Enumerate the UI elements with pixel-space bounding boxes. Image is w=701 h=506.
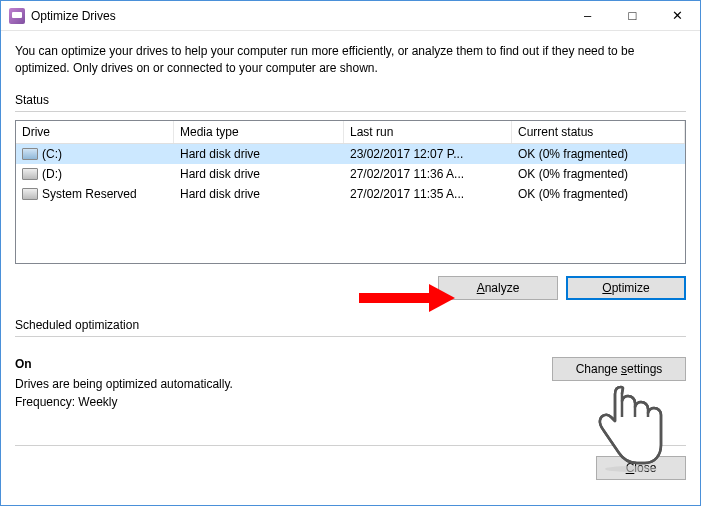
table-body: (C:)Hard disk drive23/02/2017 12:07 P...… [16,144,685,204]
table-header: Drive Media type Last run Current status [16,121,685,144]
cell-last-run: 27/02/2017 11:35 A... [344,185,512,203]
scheduled-section: On Drives are being optimized automatica… [1,353,700,413]
col-header-status[interactable]: Current status [512,121,685,143]
change-settings-button[interactable]: Change settingsChange settings [552,357,686,381]
cell-last-run: 27/02/2017 11:36 A... [344,165,512,183]
analyze-button[interactable]: AAnalyzenalyze [438,276,558,300]
drive-icon [22,148,38,160]
schedule-desc: Drives are being optimized automatically… [15,377,552,391]
minimize-button[interactable]: – [565,1,610,30]
schedule-frequency: Frequency: Weekly [15,395,552,409]
scheduled-group-label: Scheduled optimization [15,318,686,332]
table-row[interactable]: System ReservedHard disk drive27/02/2017… [16,184,685,204]
cell-media: Hard disk drive [174,145,344,163]
col-header-last[interactable]: Last run [344,121,512,143]
cell-status: OK (0% fragmented) [512,185,685,203]
maximize-button[interactable]: □ [610,1,655,30]
schedule-state: On [15,357,552,371]
divider [15,336,686,337]
drives-table: Drive Media type Last run Current status… [15,120,686,264]
cell-media: Hard disk drive [174,185,344,203]
close-button[interactable]: CloseClose [596,456,686,480]
divider [15,111,686,112]
status-group-label: Status [15,93,686,107]
cell-media: Hard disk drive [174,165,344,183]
window-titlebar: Optimize Drives – □ ✕ [1,1,700,31]
drive-icon [22,188,38,200]
cell-status: OK (0% fragmented) [512,165,685,183]
drive-icon [22,168,38,180]
col-header-drive[interactable]: Drive [16,121,174,143]
optimize-button[interactable]: OOptimizeptimize [566,276,686,300]
close-window-button[interactable]: ✕ [655,1,700,30]
table-row[interactable]: (C:)Hard disk drive23/02/2017 12:07 P...… [16,144,685,164]
col-header-media[interactable]: Media type [174,121,344,143]
window-title: Optimize Drives [31,9,565,23]
cell-status: OK (0% fragmented) [512,145,685,163]
table-row[interactable]: (D:)Hard disk drive27/02/2017 11:36 A...… [16,164,685,184]
cell-last-run: 23/02/2017 12:07 P... [344,145,512,163]
app-icon [9,8,25,24]
description-text: You can optimize your drives to help you… [15,43,686,77]
window-controls: – □ ✕ [565,1,700,30]
